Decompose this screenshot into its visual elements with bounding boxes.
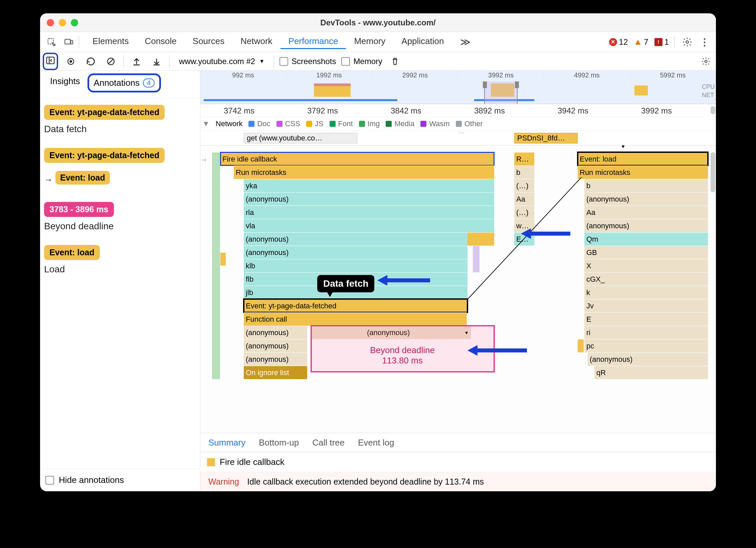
flame-entry[interactable]: (anonymous) (584, 219, 708, 232)
traffic-lights (47, 19, 78, 26)
issue-count[interactable]: !1 (654, 37, 669, 47)
flame-scrollbar[interactable] (711, 152, 715, 192)
warning-count[interactable]: ▲7 (634, 37, 648, 47)
annotations-list: Event: yt-page-data-fetched Data fetch E… (40, 98, 200, 469)
ruler-scrollbar[interactable] (711, 106, 715, 114)
maximize-window-button[interactable] (71, 19, 78, 26)
flame-entry[interactable]: yka (244, 179, 494, 192)
annotation-item[interactable]: Event: yt-page-data-fetched Data fetch (44, 105, 196, 134)
tab-sources[interactable]: Sources (185, 35, 232, 49)
main-panel: 992 ms 1992 ms 2992 ms 3992 ms 4992 ms 5… (200, 71, 716, 491)
tab-console[interactable]: Console (137, 35, 184, 49)
svg-point-10 (705, 60, 707, 62)
flame-entry[interactable]: (anonymous) (584, 192, 708, 206)
flame-entry[interactable]: ri (584, 326, 708, 339)
flame-entry[interactable]: Function call (244, 312, 467, 326)
flame-entry[interactable]: b (514, 166, 534, 179)
warning-row: Warning Idle callback execution extended… (200, 472, 716, 491)
flame-entry[interactable]: (anonymous) (244, 326, 307, 339)
flame-entry[interactable]: GB (584, 246, 708, 259)
network-request[interactable]: get (www.youtube.co… (244, 133, 357, 144)
inspect-icon[interactable] (44, 35, 59, 49)
flame-entry[interactable]: (anonymous) (588, 352, 708, 366)
flame-entry[interactable]: Event: load (578, 152, 708, 166)
download-icon[interactable] (149, 54, 164, 69)
minimize-window-button[interactable] (59, 19, 66, 26)
hide-annotations-checkbox[interactable] (45, 476, 54, 485)
flame-entry[interactable]: Aa (584, 206, 708, 219)
clear-icon[interactable] (104, 54, 118, 69)
flame-entry[interactable]: klb (244, 259, 467, 272)
annotation-label: Event: load (44, 245, 100, 260)
annotation-item[interactable]: 3783 - 3896 ms Beyond deadline (44, 202, 196, 232)
annotation-item[interactable]: Event: load Load (44, 245, 196, 275)
svg-rect-2 (71, 40, 73, 44)
detail-tab-bottomup[interactable]: Bottom-up (259, 438, 299, 448)
panel-settings-icon[interactable] (699, 54, 713, 69)
perf-toolbar: www.youtube.com #2▼ Screenshots Memory (40, 52, 716, 71)
tab-elements[interactable]: Elements (84, 35, 137, 49)
gc-icon[interactable] (388, 54, 402, 69)
tab-network[interactable]: Network (232, 35, 280, 49)
detail-tab-eventlog[interactable]: Event log (358, 438, 394, 448)
screenshots-checkbox[interactable]: Screenshots (279, 57, 336, 66)
flame-chart[interactable]: Fire idle callbackRun microtasksyka(anon… (200, 146, 716, 433)
detail-tab-calltree[interactable]: Call tree (312, 438, 345, 448)
tab-performance[interactable]: Performance (280, 35, 346, 49)
close-window-button[interactable] (47, 19, 54, 26)
flame-entry[interactable]: (anonymous) (244, 232, 467, 246)
tab-overflow-icon[interactable]: ≫ (452, 35, 479, 49)
flame-entry[interactable]: (anonymous) (244, 246, 467, 259)
toggle-sidebar-button[interactable] (43, 53, 58, 70)
flame-entry[interactable]: qR (594, 366, 708, 379)
upload-icon[interactable] (129, 54, 144, 69)
flame-entry[interactable]: vla (244, 219, 494, 232)
error-count[interactable]: ✕12 (609, 37, 628, 47)
flame-entry[interactable]: On ignore list (244, 366, 307, 379)
flame-entry[interactable]: (…) (514, 179, 534, 192)
flame-entry[interactable]: Event: yt-page-data-fetched (244, 299, 467, 312)
flame-entry[interactable]: k (584, 286, 708, 299)
flame-entry[interactable]: Fire idle callback (220, 152, 494, 166)
flame-entry[interactable]: (…) (514, 206, 534, 219)
summary-row: Fire idle callback (200, 452, 716, 472)
sidebar: Insights Annotations 4 Event: yt-page-da… (40, 71, 200, 491)
deadline-duration: 113.80 ms (344, 355, 461, 366)
annotation-item[interactable]: Event: yt-page-data-fetched → Event: loa… (44, 148, 196, 189)
tab-application[interactable]: Application (393, 35, 452, 49)
flame-entry[interactable]: (anonymous) (244, 352, 307, 366)
annotation-label: Event: yt-page-data-fetched (44, 105, 165, 120)
flame-entry[interactable]: X (584, 259, 708, 272)
flame-entry[interactable]: Qm (584, 232, 708, 246)
flame-entry[interactable]: Aa (514, 192, 534, 206)
flame-entry[interactable]: (anonymous) (244, 192, 494, 206)
tab-memory[interactable]: Memory (346, 35, 393, 49)
flame-entry[interactable]: Jv (584, 299, 708, 312)
sidebar-tab-insights[interactable]: Insights (45, 73, 85, 92)
detail-tab-summary[interactable]: Summary (208, 438, 245, 448)
flame-entry[interactable]: (anonymous) (244, 339, 307, 352)
titlebar: DevTools - www.youtube.com/ (40, 13, 716, 32)
flame-entry[interactable]: Run microtasks (234, 166, 494, 179)
memory-checkbox[interactable]: Memory (341, 57, 382, 66)
flame-entry[interactable]: cGX_ (584, 272, 708, 286)
device-icon[interactable] (61, 35, 76, 49)
overview-selection[interactable] (484, 81, 518, 104)
detail-tabs: Summary Bottom-up Call tree Event log (200, 433, 716, 452)
flame-entry[interactable]: rla (244, 206, 494, 219)
target-dropdown[interactable]: www.youtube.com #2▼ (175, 55, 268, 67)
flame-entry[interactable]: R… (514, 152, 534, 166)
overview[interactable]: 992 ms 1992 ms 2992 ms 3992 ms 4992 ms 5… (200, 71, 716, 104)
more-icon[interactable]: ⋮ (697, 35, 712, 49)
sidebar-tab-annotations[interactable]: Annotations 4 (87, 73, 161, 92)
flame-entry[interactable]: E (584, 312, 708, 326)
flame-entry[interactable]: b (584, 179, 708, 192)
network-request[interactable]: PSDnSI_8fd… (514, 133, 578, 144)
flame-entry[interactable]: Run microtasks (578, 166, 708, 179)
record-icon[interactable] (63, 54, 78, 69)
svg-point-7 (69, 60, 72, 63)
settings-icon[interactable] (680, 35, 695, 49)
reload-icon[interactable] (83, 54, 98, 69)
flame-entry[interactable]: pc (584, 339, 708, 352)
network-bars: get (www.youtube.co… PSDnSI_8fd… ⋯ (200, 131, 716, 146)
